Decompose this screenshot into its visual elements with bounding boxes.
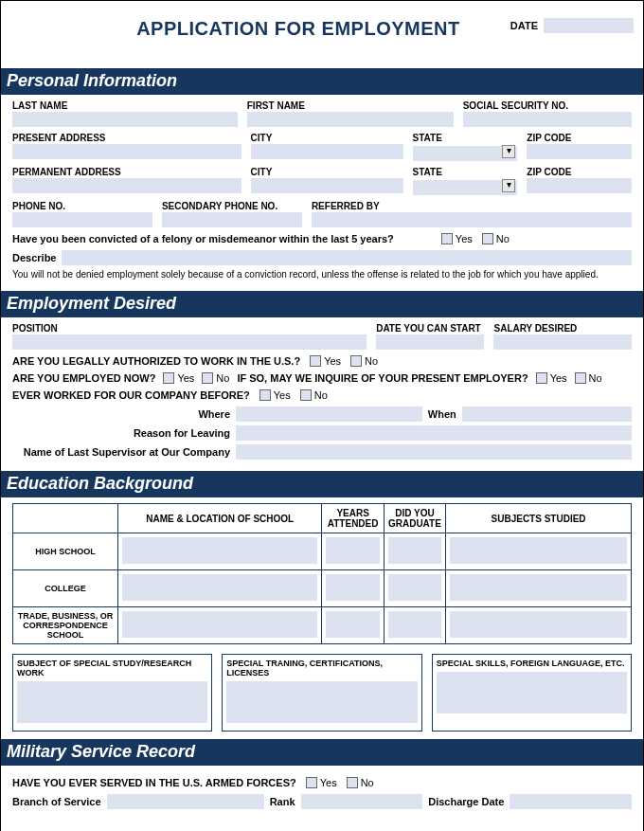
- college-years-input[interactable]: [326, 574, 379, 601]
- trade-years-input[interactable]: [326, 611, 379, 638]
- section-employment-header: Employment Desired: [1, 291, 643, 317]
- authorized-no-checkbox[interactable]: No: [350, 355, 378, 367]
- table-row: TRADE, BUSINESS, OR CORRESPONDENCE SCHOO…: [13, 607, 632, 644]
- permanent-zip-label: ZIP CODE: [527, 167, 632, 177]
- college-graduate-input[interactable]: [388, 574, 441, 601]
- college-name-input[interactable]: [122, 574, 317, 601]
- college-subjects-input[interactable]: [450, 574, 627, 601]
- education-table: NAME & LOCATION OF SCHOOL YEARS ATTENDED…: [12, 503, 632, 644]
- special-training-input[interactable]: [226, 681, 417, 723]
- reason-leaving-label: Reason for Leaving: [12, 427, 230, 439]
- describe-input[interactable]: [62, 250, 632, 265]
- employed-yes-checkbox[interactable]: Yes: [163, 372, 194, 384]
- authorized-yes-checkbox[interactable]: Yes: [310, 355, 341, 367]
- worked-before-question: EVER WORKED FOR OUR COMPANY BEFORE?: [12, 389, 250, 401]
- last-name-input[interactable]: [12, 112, 238, 127]
- present-city-input[interactable]: [251, 144, 403, 159]
- employed-no-checkbox[interactable]: No: [202, 372, 229, 384]
- page-title: APPLICATION FOR EMPLOYMENT: [10, 18, 510, 40]
- first-name-label: FIRST NAME: [247, 100, 454, 111]
- rank-input[interactable]: [301, 794, 423, 809]
- section-military-body: HAVE YOU EVER SERVED IN THE U.S. ARMED F…: [10, 766, 634, 821]
- permanent-state-label: STATE: [413, 167, 518, 177]
- special-skills-label: SPECIAL SKILLS, FOREIGN LANGUAGE, ETC.: [437, 659, 627, 668]
- position-input[interactable]: [12, 334, 367, 350]
- row-high-school: HIGH SCHOOL: [13, 533, 118, 570]
- special-training-label: SPECIAL TRANING, CERTIFICATIONS, LICENSE…: [226, 659, 417, 677]
- served-yes-checkbox[interactable]: Yes: [306, 777, 337, 788]
- trade-graduate-input[interactable]: [388, 611, 441, 638]
- felony-yes-checkbox[interactable]: Yes: [441, 233, 473, 244]
- section-education-body: NAME & LOCATION OF SCHOOL YEARS ATTENDED…: [10, 497, 634, 739]
- phone-label: PHONE NO.: [12, 201, 152, 211]
- discharge-label: Discharge Date: [428, 796, 504, 807]
- secondary-phone-label: SECONDARY PHONE NO.: [162, 201, 302, 211]
- application-form: APPLICATION FOR EMPLOYMENT DATE Personal…: [0, 0, 644, 831]
- permanent-zip-input[interactable]: [527, 178, 632, 193]
- present-zip-label: ZIP CODE: [527, 133, 632, 143]
- date-label: DATE: [510, 20, 538, 31]
- served-no-checkbox[interactable]: No: [347, 777, 374, 788]
- date-start-input[interactable]: [376, 334, 484, 350]
- inquire-yes-checkbox[interactable]: Yes: [536, 372, 567, 384]
- permanent-state-select[interactable]: [413, 180, 518, 195]
- position-label: POSITION: [12, 323, 367, 334]
- special-study-box: SUBJECT OF SPECIAL STUDY/RESEARCH WORK: [12, 654, 212, 732]
- trade-subjects-input[interactable]: [450, 611, 627, 638]
- inquire-no-checkbox[interactable]: No: [575, 372, 602, 384]
- worked-before-no-checkbox[interactable]: No: [300, 389, 328, 401]
- felony-no-checkbox[interactable]: No: [482, 233, 510, 244]
- present-address-input[interactable]: [12, 144, 242, 159]
- permanent-city-input[interactable]: [251, 178, 403, 193]
- authorized-question: ARE YOU LEGALLY AUTHORIZED TO WORK IN TH…: [12, 355, 300, 367]
- col-name-location: NAME & LOCATION OF SCHOOL: [118, 504, 322, 533]
- row-college: COLLEGE: [13, 570, 118, 607]
- branch-label: Branch of Service: [12, 796, 101, 807]
- when-label: When: [428, 408, 456, 420]
- table-row: HIGH SCHOOL: [13, 533, 632, 570]
- when-input[interactable]: [462, 406, 632, 422]
- ssn-input[interactable]: [463, 112, 632, 127]
- secondary-phone-input[interactable]: [162, 212, 302, 227]
- section-employment-body: POSITION DATE YOU CAN START SALARY DESIR…: [10, 317, 634, 471]
- conviction-disclaimer: You will not be denied employment solely…: [12, 269, 632, 280]
- hs-years-input[interactable]: [326, 537, 379, 564]
- salary-label: SALARY DESIRED: [493, 323, 632, 334]
- present-state-select[interactable]: [413, 146, 518, 161]
- date-input[interactable]: [544, 18, 634, 33]
- referred-by-label: REFERRED BY: [312, 201, 632, 211]
- discharge-input[interactable]: [510, 794, 632, 809]
- inquire-question: IF SO, MAY WE INQUIRE OF YOUR PRESENT EM…: [237, 372, 528, 384]
- special-skills-box: SPECIAL SKILLS, FOREIGN LANGUAGE, ETC.: [432, 654, 632, 732]
- salary-input[interactable]: [493, 334, 632, 350]
- permanent-address-input[interactable]: [12, 178, 242, 193]
- reason-leaving-input[interactable]: [236, 425, 632, 441]
- present-city-label: CITY: [251, 133, 403, 143]
- hs-graduate-input[interactable]: [388, 537, 441, 564]
- special-study-input[interactable]: [17, 681, 207, 723]
- table-row: COLLEGE: [13, 570, 632, 607]
- date-start-label: DATE YOU CAN START: [376, 323, 484, 334]
- hs-subjects-input[interactable]: [450, 537, 627, 564]
- first-name-input[interactable]: [247, 112, 454, 127]
- hs-name-input[interactable]: [122, 537, 317, 564]
- section-education-header: Education Background: [1, 471, 643, 497]
- last-supervisor-label: Name of Last Supervisor at Our Company: [12, 446, 230, 458]
- rank-label: Rank: [270, 796, 295, 807]
- employed-question: ARE YOU EMPLOYED NOW?: [12, 372, 155, 384]
- phone-input[interactable]: [12, 212, 152, 227]
- trade-name-input[interactable]: [122, 611, 317, 638]
- present-state-label: STATE: [413, 133, 518, 143]
- permanent-city-label: CITY: [251, 167, 403, 177]
- permanent-address-label: PERMANENT ADDRESS: [12, 167, 242, 177]
- worked-before-yes-checkbox[interactable]: Yes: [259, 389, 291, 401]
- row-trade-school: TRADE, BUSINESS, OR CORRESPONDENCE SCHOO…: [13, 607, 118, 644]
- branch-input[interactable]: [107, 794, 264, 809]
- referred-by-input[interactable]: [312, 212, 632, 227]
- special-skills-input[interactable]: [437, 672, 627, 714]
- where-input[interactable]: [236, 406, 422, 422]
- where-label: Where: [12, 408, 230, 420]
- section-military-header: Military Service Record: [1, 739, 643, 766]
- last-supervisor-input[interactable]: [236, 444, 632, 460]
- present-zip-input[interactable]: [527, 144, 632, 159]
